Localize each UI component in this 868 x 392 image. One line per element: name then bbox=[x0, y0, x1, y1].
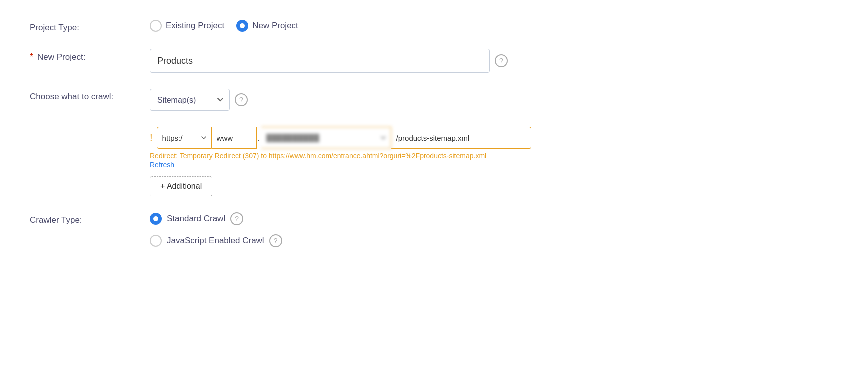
project-type-label: Project Type: bbox=[30, 20, 150, 33]
standard-crawl-option[interactable]: Standard Crawl ? bbox=[150, 212, 282, 226]
crawler-options: Standard Crawl ? JavaScript Enabled Craw… bbox=[150, 212, 282, 248]
url-dot: . bbox=[257, 127, 262, 149]
warning-icon: ! bbox=[150, 132, 153, 144]
redirect-text: Redirect: Temporary Redirect (307) to ht… bbox=[150, 152, 486, 160]
new-project-field-text: New Project: bbox=[38, 52, 86, 62]
new-project-help-icon[interactable]: ? bbox=[495, 54, 508, 68]
protocol-select[interactable]: https:/ http:/ bbox=[157, 127, 212, 149]
crawler-type-label: Crawler Type: bbox=[30, 212, 150, 226]
new-project-option[interactable]: New Project bbox=[236, 20, 298, 32]
new-project-field-control: ? bbox=[150, 49, 838, 73]
js-crawl-help-icon[interactable]: ? bbox=[270, 234, 282, 248]
crawler-type-row: Crawler Type: Standard Crawl ? JavaScrip… bbox=[30, 212, 838, 248]
existing-project-radio[interactable] bbox=[150, 20, 162, 32]
url-label-placeholder bbox=[30, 127, 150, 130]
domain-select[interactable]: ██████████ bbox=[262, 127, 392, 149]
crawl-type-control: Sitemap(s) URLs Crawl ? bbox=[150, 89, 838, 111]
additional-button[interactable]: + Additional bbox=[150, 176, 212, 196]
js-crawl-radio[interactable] bbox=[150, 235, 162, 247]
project-type-row: Project Type: Existing Project New Proje… bbox=[30, 20, 838, 33]
project-type-control: Existing Project New Project bbox=[150, 20, 838, 32]
path-input[interactable] bbox=[392, 127, 532, 149]
url-fields-wrapper: https:/ http:/ . ██████████ bbox=[157, 127, 532, 149]
required-star: * bbox=[30, 52, 34, 62]
crawl-type-text: Choose what to crawl: bbox=[30, 92, 114, 102]
standard-crawl-radio[interactable] bbox=[150, 213, 162, 225]
standard-crawl-label: Standard Crawl bbox=[167, 214, 226, 224]
js-crawl-label: JavaScript Enabled Crawl bbox=[167, 236, 264, 246]
url-container: ! https:/ http:/ . ██████████ Redirect: … bbox=[150, 127, 838, 196]
new-project-field-label: * New Project: bbox=[30, 49, 150, 62]
crawler-type-text: Crawler Type: bbox=[30, 216, 82, 226]
crawl-type-label: Choose what to crawl: bbox=[30, 89, 150, 102]
project-type-text: Project Type: bbox=[30, 23, 80, 33]
url-row: ! https:/ http:/ . ██████████ Redirect: … bbox=[30, 127, 838, 196]
existing-project-option[interactable]: Existing Project bbox=[150, 20, 224, 32]
new-project-radio[interactable] bbox=[236, 20, 248, 32]
project-type-radio-group: Existing Project New Project bbox=[150, 20, 298, 32]
standard-crawl-help-icon[interactable]: ? bbox=[230, 212, 244, 226]
crawl-type-select[interactable]: Sitemap(s) URLs Crawl bbox=[150, 89, 230, 111]
www-input[interactable] bbox=[212, 127, 257, 149]
new-project-label: New Project bbox=[252, 21, 298, 31]
refresh-link[interactable]: Refresh bbox=[150, 161, 174, 169]
new-project-input[interactable] bbox=[150, 49, 490, 73]
redirect-message: Redirect: Temporary Redirect (307) to ht… bbox=[150, 152, 838, 160]
additional-label: + Additional bbox=[160, 182, 202, 191]
crawl-type-row: Choose what to crawl: Sitemap(s) URLs Cr… bbox=[30, 89, 838, 111]
url-fields-row: ! https:/ http:/ . ██████████ bbox=[150, 127, 838, 149]
crawler-type-control: Standard Crawl ? JavaScript Enabled Craw… bbox=[150, 212, 838, 248]
crawl-type-help-icon[interactable]: ? bbox=[235, 94, 248, 106]
refresh-label: Refresh bbox=[150, 161, 174, 169]
new-project-row: * New Project: ? bbox=[30, 49, 838, 73]
js-crawl-option[interactable]: JavaScript Enabled Crawl ? bbox=[150, 234, 282, 248]
existing-project-label: Existing Project bbox=[166, 21, 224, 31]
